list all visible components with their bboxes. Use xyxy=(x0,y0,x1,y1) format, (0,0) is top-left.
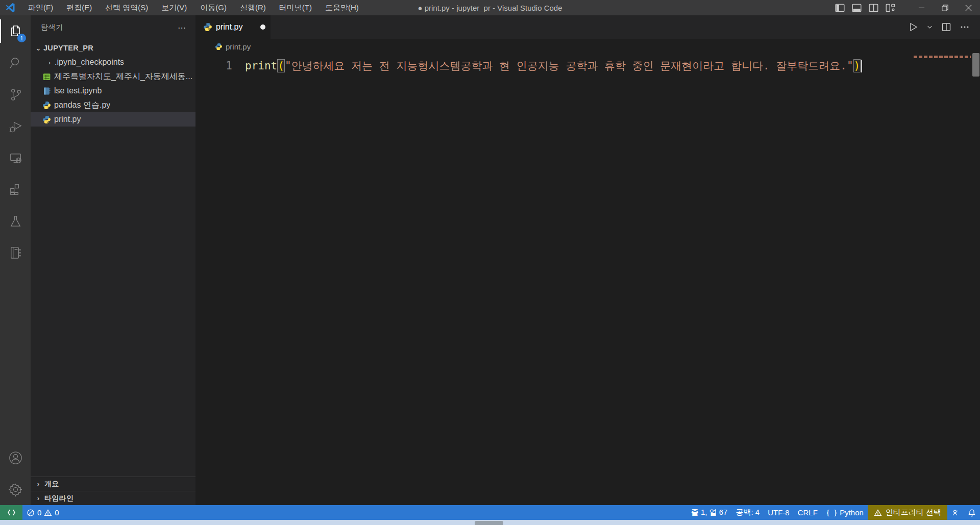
chevron-right-icon: › xyxy=(34,494,42,502)
minimize-icon xyxy=(918,4,925,12)
menu-edit[interactable]: 편집(E) xyxy=(60,0,99,15)
timeline-pane-header[interactable]: › 타임라인 xyxy=(31,491,195,505)
split-editor-icon[interactable] xyxy=(941,22,951,32)
chevron-down-icon: ⌄ xyxy=(34,44,42,52)
remote-explorer-icon xyxy=(8,150,23,166)
restore-icon xyxy=(941,4,949,12)
run-dropdown-chevron-icon[interactable] xyxy=(926,22,933,32)
activity-accounts[interactable] xyxy=(0,442,31,473)
tree-item-csv[interactable]: 제주특별자치도_제주시_자동제세동... xyxy=(31,69,195,84)
error-icon xyxy=(27,509,35,517)
token-close-paren: ) xyxy=(853,59,861,72)
more-actions-icon[interactable] xyxy=(960,22,970,32)
close-button[interactable] xyxy=(957,0,980,15)
line-number: 1 xyxy=(195,60,232,72)
toggle-secondary-sidebar-icon[interactable] xyxy=(869,3,878,13)
taskbar-peek-tab xyxy=(475,521,503,525)
tree-item-notebook[interactable]: lse test.ipynb xyxy=(31,84,195,98)
menu-selection[interactable]: 선택 영역(S) xyxy=(99,0,155,15)
restore-button[interactable] xyxy=(933,0,957,15)
text-cursor xyxy=(861,60,862,72)
eol-sequence[interactable]: CRLF xyxy=(794,505,822,520)
close-icon xyxy=(965,4,972,12)
remote-icon xyxy=(7,508,16,517)
minimap-slider[interactable] xyxy=(972,53,979,77)
code-line-1: 1 print("안녕하세요 저는 전 지능형시스템공학과 현 인공지능 공학과… xyxy=(195,57,980,74)
remote-indicator[interactable] xyxy=(0,505,22,520)
token-print: print xyxy=(245,60,277,72)
tab-modified-dot[interactable] xyxy=(260,24,265,30)
indentation[interactable]: 공백: 4 xyxy=(731,505,764,520)
editor-group: print.py print.py 1 print("안녕하세요 저는 전 지능… xyxy=(195,15,980,505)
notifications-button[interactable] xyxy=(964,505,980,520)
activity-settings[interactable] xyxy=(0,473,31,505)
chevron-right-icon: › xyxy=(34,480,42,488)
run-python-file-icon[interactable] xyxy=(908,22,918,32)
menu-file[interactable]: 파일(F) xyxy=(21,0,60,15)
chevron-right-icon: › xyxy=(45,59,54,66)
code-editor[interactable]: 1 print("안녕하세요 저는 전 지능형시스템공학과 현 인공지능 공학과… xyxy=(195,54,980,74)
tab-bar: print.py xyxy=(195,15,980,39)
select-interpreter-button[interactable]: 인터프리터 선택 xyxy=(868,505,947,520)
python-file-icon xyxy=(42,115,51,124)
customize-layout-icon[interactable] xyxy=(886,3,895,13)
activity-bar-spacer xyxy=(0,268,31,442)
explorer-badge: 1 xyxy=(17,34,26,42)
token-open-paren: ( xyxy=(277,59,285,72)
activity-run-debug[interactable] xyxy=(0,110,31,142)
warning-icon xyxy=(874,509,882,517)
extensions-icon xyxy=(8,182,23,197)
tree-item-python-pandas[interactable]: pandas 연습.py xyxy=(31,98,195,112)
tab-label: print.py xyxy=(216,22,242,32)
activity-explorer[interactable]: 1 xyxy=(0,15,31,47)
warning-count: 0 xyxy=(55,508,59,517)
menu-run[interactable]: 실행(R) xyxy=(233,0,273,15)
vscode-logo-icon xyxy=(5,3,15,13)
breadcrumb-file: print.py xyxy=(226,42,251,51)
run-debug-icon xyxy=(8,118,23,134)
file-tree: ⌄ JUPYTER_PR › .ipynb_checkpoints 제주특별자치… xyxy=(31,41,195,127)
activity-testing[interactable] xyxy=(0,205,31,237)
activity-jupyter[interactable] xyxy=(0,237,31,268)
tab-print-py[interactable]: print.py xyxy=(195,15,271,39)
gear-icon xyxy=(8,482,23,497)
activity-remote-explorer[interactable] xyxy=(0,142,31,173)
minimize-button[interactable] xyxy=(910,0,933,15)
python-file-icon xyxy=(215,43,223,51)
explorer-more-actions-icon[interactable]: ⋯ xyxy=(178,23,186,33)
tree-item-python-print-selected[interactable]: print.py xyxy=(31,112,195,127)
explorer-sidebar: 탐색기 ⋯ ⌄ JUPYTER_PR › .ipynb_checkpoints … xyxy=(31,15,195,505)
status-bar: 0 0 줄 1, 열 67 공백: 4 UTF-8 CRLF { } Pytho… xyxy=(0,505,980,520)
menu-help[interactable]: 도움말(H) xyxy=(318,0,365,15)
language-mode[interactable]: { } Python xyxy=(822,505,868,520)
activity-extensions[interactable] xyxy=(0,173,31,205)
menu-view[interactable]: 보기(V) xyxy=(155,0,193,15)
feedback-button[interactable] xyxy=(947,505,964,520)
code-content: print("안녕하세요 저는 전 지능형시스템공학과 현 인공지능 공학과 휴… xyxy=(245,59,862,73)
warning-icon xyxy=(44,509,52,517)
outline-pane-header[interactable]: › 개요 xyxy=(31,477,195,491)
notebook-file-icon xyxy=(42,87,51,95)
source-control-icon xyxy=(8,87,23,103)
tree-item-folder[interactable]: › .ipynb_checkpoints xyxy=(31,55,195,69)
menu-terminal[interactable]: 터미널(T) xyxy=(273,0,318,15)
tree-root-folder[interactable]: ⌄ JUPYTER_PR xyxy=(31,41,195,55)
problems-indicator[interactable]: 0 0 xyxy=(22,505,63,520)
taskbar-edge xyxy=(0,520,980,525)
cursor-position[interactable]: 줄 1, 열 67 xyxy=(687,505,732,520)
search-icon xyxy=(8,55,23,71)
python-file-icon xyxy=(203,22,212,32)
activity-source-control[interactable] xyxy=(0,79,31,110)
language-mode-icon: { } xyxy=(826,509,837,517)
activity-search[interactable] xyxy=(0,47,31,79)
testing-flask-icon xyxy=(8,213,23,229)
title-bar: 파일(F) 편집(E) 선택 영역(S) 보기(V) 이동(G) 실행(R) 터… xyxy=(0,0,980,15)
menu-go[interactable]: 이동(G) xyxy=(193,0,233,15)
window-title: ● print.py - jupyter_pr - Visual Studio … xyxy=(418,0,562,15)
encoding[interactable]: UTF-8 xyxy=(764,505,794,520)
toggle-sidebar-icon[interactable] xyxy=(835,3,845,13)
toggle-panel-icon[interactable] xyxy=(852,3,862,13)
bell-icon xyxy=(968,509,976,517)
csv-file-icon xyxy=(42,72,51,81)
breadcrumb[interactable]: print.py xyxy=(195,39,980,54)
